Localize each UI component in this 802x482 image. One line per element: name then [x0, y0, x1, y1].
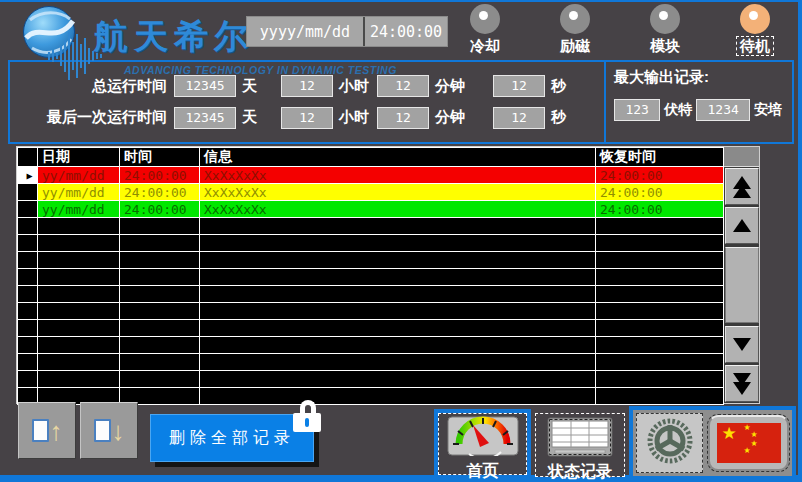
volts-unit: 伏特 [664, 101, 692, 119]
datetime-display: yyyy/mm/dd 24:00:00 [246, 16, 448, 47]
nav-home-button[interactable]: 首页 [434, 409, 531, 479]
alarm-table-body: ▶ yy/mm/dd 24:00:00 XxXxXxXx 24:00:00 yy… [18, 167, 724, 405]
cell-info: XxXxXxXx [200, 184, 596, 201]
scrollbar-header-cell [724, 147, 759, 167]
table-row-empty [18, 218, 724, 235]
minute-unit: 分钟 [435, 77, 465, 96]
nav-settings-group: ★ ★ ★ ★ ★ [629, 406, 796, 480]
table-row-alarm[interactable]: yy/mm/dd 24:00:00 XxXxXxXx 24:00:00 [18, 184, 724, 201]
standby-label: 待机 [736, 36, 774, 56]
max-output-values: 123 伏特 1234 安培 [614, 99, 786, 121]
amps-unit: 安培 [754, 101, 782, 119]
table-row-empty [18, 371, 724, 388]
page-up-arrow-icon: ↑ [50, 418, 63, 444]
indicator-standby[interactable]: 待机 [724, 4, 786, 56]
alarm-table: 日期 时间 信息 恢复时间 ▶ yy/mm/dd 24:00:00 XxXxXx… [16, 146, 760, 404]
cell-date: yy/mm/dd [38, 201, 120, 218]
indicator-cooling: 冷却 [454, 4, 516, 56]
nav-status-label: 状态记录 [548, 462, 612, 482]
cell-date: yy/mm/dd [38, 184, 120, 201]
waveform-icon [46, 30, 112, 86]
col-info: 信息 [200, 148, 596, 167]
col-time: 时间 [120, 148, 200, 167]
last-hours-value: 12 [281, 107, 333, 129]
page-up-button[interactable]: ↑ [18, 402, 76, 459]
scroll-down-button[interactable] [725, 326, 759, 363]
delete-all-records-button[interactable]: 删除全部记录 [150, 414, 314, 462]
cell-time: 24:00:00 [120, 184, 200, 201]
scroll-top-button[interactable] [725, 168, 759, 205]
day-unit: 天 [242, 77, 257, 96]
gauge-icon [447, 416, 519, 460]
screen-edge-top [0, 0, 802, 2]
page-down-button[interactable]: ↓ [80, 402, 138, 459]
record-table-icon [547, 417, 613, 461]
cooling-label: 冷却 [470, 37, 500, 54]
scrollbar-track[interactable] [725, 247, 759, 323]
china-flag-icon: ★ ★ ★ ★ ★ [717, 423, 781, 463]
nav-home-label: 首页 [467, 461, 499, 482]
row-selector-icon: ▶ [18, 167, 38, 184]
scroll-bottom-button[interactable] [725, 365, 759, 402]
last-runtime-row: 最后一次运行时间 12345 天 12 小时 12 分钟 12 秒 [10, 107, 604, 129]
col-recover: 恢复时间 [596, 148, 724, 167]
table-row-empty [18, 269, 724, 286]
page-down-arrow-icon: ↓ [112, 418, 125, 444]
cell-date: yy/mm/dd [38, 167, 120, 184]
table-row-alarm[interactable]: yy/mm/dd 24:00:00 XxXxXxXx 24:00:00 [18, 201, 724, 218]
total-hours-value: 12 [281, 75, 333, 97]
table-row-empty [18, 286, 724, 303]
cell-time: 24:00:00 [120, 167, 200, 184]
max-output-panel: 最大输出记录: 123 伏特 1234 安培 [604, 62, 792, 142]
brand-name: 航天希尔 [94, 14, 254, 60]
hour-unit: 小时 [339, 108, 369, 127]
table-row-empty [18, 235, 724, 252]
second-unit: 秒 [551, 108, 566, 127]
last-minutes-value: 12 [377, 107, 429, 129]
cell-time: 24:00:00 [120, 201, 200, 218]
gear-icon [645, 416, 695, 470]
date-value: yyyy/mm/dd [247, 17, 363, 46]
total-seconds-value: 12 [493, 75, 545, 97]
lock-icon [293, 400, 323, 432]
cell-info: XxXxXxXx [200, 201, 596, 218]
module-lamp-icon [650, 4, 680, 34]
table-row-empty [18, 252, 724, 269]
excitation-lamp-icon [560, 4, 590, 34]
settings-button[interactable] [636, 413, 703, 473]
cell-recover: 24:00:00 [596, 184, 724, 201]
page-down-document-icon [94, 419, 111, 442]
table-row-empty [18, 354, 724, 371]
module-label: 模块 [650, 37, 680, 54]
minute-unit: 分钟 [435, 108, 465, 127]
cooling-lamp-icon [470, 4, 500, 34]
language-flag-button[interactable]: ★ ★ ★ ★ ★ [708, 415, 789, 471]
max-output-title: 最大输出记录: [614, 68, 786, 87]
nav-status-record-button[interactable]: 状态记录 [535, 413, 625, 477]
screen-edge-right [798, 0, 802, 482]
row-selector [18, 201, 38, 218]
max-amps-value: 1234 [696, 99, 750, 121]
selector-header [18, 148, 38, 167]
day-unit: 天 [242, 108, 257, 127]
table-row-empty [18, 337, 724, 354]
up-arrow-icon [733, 219, 751, 232]
table-scrollbar [724, 147, 759, 403]
indicator-module: 模块 [634, 4, 696, 56]
col-date: 日期 [38, 148, 120, 167]
second-unit: 秒 [551, 77, 566, 96]
down-arrow-icon [733, 338, 751, 351]
last-runtime-label: 最后一次运行时间 [10, 108, 174, 127]
cell-info: XxXxXxXx [200, 167, 596, 184]
alarm-grid: 日期 时间 信息 恢复时间 ▶ yy/mm/dd 24:00:00 XxXxXx… [17, 147, 724, 405]
standby-lamp-icon [740, 4, 770, 34]
status-lamps: 冷却 励磁 模块 待机 [454, 4, 786, 56]
table-row-empty [18, 303, 724, 320]
cell-recover: 24:00:00 [596, 167, 724, 184]
scroll-up-button[interactable] [725, 207, 759, 244]
brand-tagline: ADVANCING TECHNOLOGY IN DYNAMIC TESTING [124, 64, 397, 76]
hour-unit: 小时 [339, 77, 369, 96]
table-row-alarm[interactable]: ▶ yy/mm/dd 24:00:00 XxXxXxXx 24:00:00 [18, 167, 724, 184]
excitation-label: 励磁 [560, 37, 590, 54]
last-days-value: 12345 [174, 107, 236, 129]
